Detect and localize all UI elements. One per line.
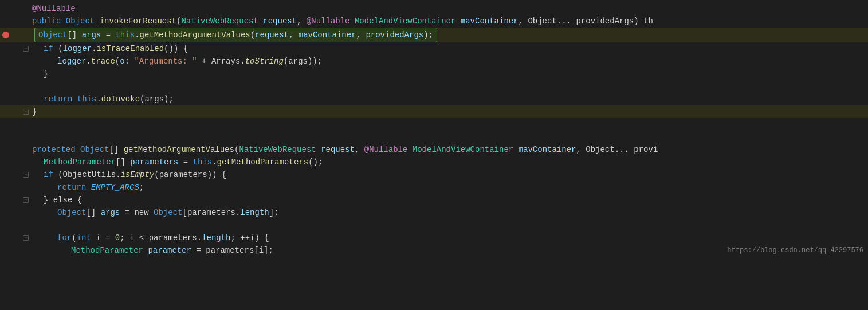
comma4: ,: [355, 145, 364, 154]
fold-gutter: −: [22, 42, 30, 55]
keyword-this3: this: [193, 158, 212, 167]
code-content: return EMPTY_ARGS;: [30, 181, 868, 194]
bracket: []: [67, 30, 81, 40]
type-nativewebrequest2: NativeWebRequest: [239, 145, 316, 154]
code-content: }: [30, 68, 868, 80]
type-nativewebrequest: NativeWebRequest: [181, 17, 258, 26]
fold-gutter: [22, 131, 30, 143]
code-line-last: MethodParameter parameter = parameters[i…: [0, 244, 868, 257]
code-content: }: [30, 105, 868, 118]
brace-close2: }: [32, 107, 37, 116]
string-arguments: "Arguments: ": [134, 57, 197, 66]
dot: .: [96, 95, 101, 104]
highlighted-box: Object[] args = this.getMethodArgumentVa…: [34, 28, 437, 42]
var-logger2: logger: [57, 57, 86, 66]
gutter: [0, 168, 22, 181]
fold-icon2[interactable]: −: [23, 109, 29, 115]
param-o: o:: [120, 57, 129, 66]
type-object: Object: [66, 17, 100, 26]
fold-gutter: −: [22, 231, 30, 244]
fold-icon5[interactable]: −: [23, 235, 29, 241]
type-methodparam2: MethodParameter: [71, 246, 143, 255]
fold-gutter: [22, 143, 30, 156]
dot: .: [86, 57, 91, 66]
bracket5: [parameters.: [182, 208, 240, 217]
keyword-public: public: [32, 17, 66, 26]
param-request: request: [263, 17, 297, 26]
code-line-closing: − }: [0, 105, 868, 118]
code-content: if (ObjectUtils.isEmpty(parameters)) {: [30, 168, 868, 181]
code-content: if (logger.isTraceEnabled()) {: [30, 42, 868, 55]
var-args2: args: [101, 208, 120, 217]
fold-gutter: [22, 244, 30, 257]
rest: (args);: [140, 95, 174, 104]
space: (: [53, 44, 63, 53]
var-parameters: parameters: [130, 158, 178, 167]
code-content: Object[] args = new Object[parameters.le…: [30, 206, 868, 219]
keyword-return: return: [44, 95, 77, 104]
fold-icon3[interactable]: −: [23, 172, 29, 178]
var-logger: logger: [63, 44, 92, 53]
rest7: = parameters[i];: [191, 246, 273, 255]
type-methodparam: MethodParameter: [44, 158, 116, 167]
code-content: return this.doInvoke(args);: [30, 93, 868, 105]
field-length2: length: [202, 233, 230, 242]
code-line-blank2: [0, 118, 868, 131]
fold-icon[interactable]: −: [23, 46, 29, 52]
code-line-blank: [0, 80, 868, 93]
keyword-protected: protected: [32, 145, 80, 154]
gutter: [0, 68, 22, 80]
type-objectarr: Object: [38, 30, 67, 40]
code-content: } else {: [30, 194, 868, 206]
method-isempty: isEmpty: [120, 170, 154, 179]
comma2: ,: [289, 30, 299, 40]
fold-gutter: [22, 28, 30, 42]
param-request3: request: [321, 145, 355, 154]
code-content-protected: protected Object[] getMethodArgumentValu…: [30, 143, 868, 156]
dot2: .: [212, 158, 217, 167]
gutter: [0, 194, 22, 206]
paren: (: [115, 57, 120, 66]
gutter: [0, 2, 22, 15]
fold-gutter: [22, 2, 30, 15]
fold-icon4[interactable]: −: [23, 197, 29, 203]
fold-gutter: −: [22, 168, 30, 181]
const-emptyargs: EMPTY_ARGS: [91, 183, 139, 192]
code-line: return this.doInvoke(args);: [0, 93, 868, 105]
code-content: MethodParameter[] parameters = this.getM…: [30, 156, 868, 168]
space3: [316, 145, 321, 154]
url-reference: https://blog.csdn.net/qq_42297576: [727, 246, 863, 254]
keyword-this2: this: [77, 95, 97, 104]
fold-gutter: [22, 15, 30, 28]
code-content-highlighted: Object[] args = this.getMethodArgumentVa…: [30, 28, 868, 42]
code-line: public Object invokeForRequest(NativeWeb…: [0, 15, 868, 28]
method-name: invokeForRequest: [100, 17, 176, 26]
gutter-breakpoint: [0, 28, 22, 42]
fold-gutter: [22, 55, 30, 68]
rest: , Object... providedArgs) th: [519, 17, 653, 26]
keyword-int: int: [77, 233, 91, 242]
keyword-if2: if: [44, 170, 53, 179]
gutter: [0, 244, 22, 257]
code-line-blank4: [0, 219, 868, 231]
method-getmethodargs: getMethodArgumentValues: [124, 145, 234, 154]
param-mavcontainer: mavContainer: [461, 17, 519, 26]
brace-close: }: [44, 69, 48, 79]
code-line: − for(int i = 0; i < parameters.length; …: [0, 231, 868, 244]
code-line: − if (logger.isTraceEnabled()) {: [0, 42, 868, 55]
keyword-for: for: [57, 233, 72, 242]
cond: ; i < parameters.: [120, 233, 202, 242]
gutter: [0, 181, 22, 194]
gutter: [0, 143, 22, 156]
code-content: @Nullable: [30, 2, 868, 15]
gutter: [0, 118, 22, 131]
gutter: [0, 42, 22, 55]
open-paren: (: [250, 30, 255, 40]
code-line: logger.trace(o: "Arguments: " + Arrays.t…: [0, 55, 868, 68]
breakpoint-indicator: [2, 32, 9, 38]
param-providedargs: providedArgs: [366, 30, 423, 40]
var-parameter: parameter: [148, 246, 191, 255]
code-content: for(int i = 0; i < parameters.length; ++…: [30, 231, 868, 244]
keyword-this: this: [115, 30, 135, 40]
fold-gutter: [22, 156, 30, 168]
